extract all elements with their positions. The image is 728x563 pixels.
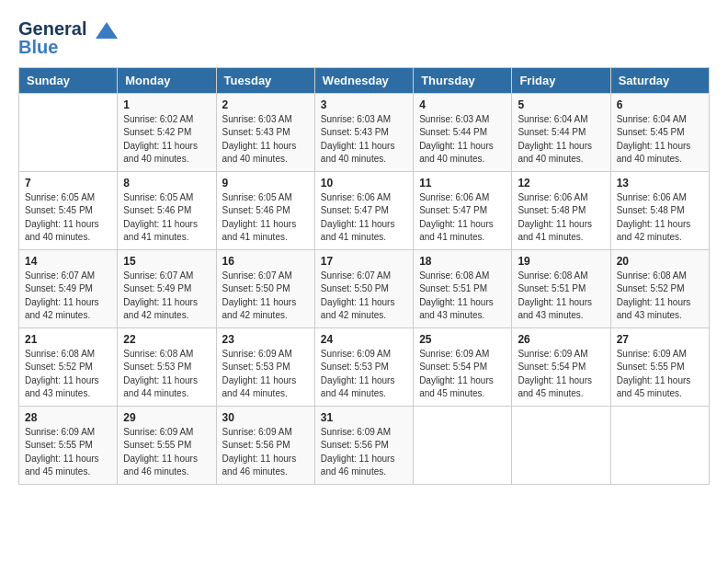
day-info: Sunrise: 6:06 AM Sunset: 5:48 PM Dayligh… xyxy=(518,191,604,245)
calendar-cell: 31Sunrise: 6:09 AM Sunset: 5:56 PM Dayli… xyxy=(314,406,413,484)
day-number: 10 xyxy=(321,177,407,190)
day-number: 25 xyxy=(419,333,506,346)
day-number: 7 xyxy=(25,177,111,190)
day-number: 21 xyxy=(25,333,111,346)
calendar-cell: 5Sunrise: 6:04 AM Sunset: 5:44 PM Daylig… xyxy=(512,93,610,171)
calendar-cell: 1Sunrise: 6:02 AM Sunset: 5:42 PM Daylig… xyxy=(118,93,216,171)
svg-marker-0 xyxy=(96,22,118,39)
calendar-cell: 6Sunrise: 6:04 AM Sunset: 5:45 PM Daylig… xyxy=(610,93,709,171)
day-number: 2 xyxy=(222,98,309,111)
day-number: 6 xyxy=(617,98,703,111)
day-info: Sunrise: 6:05 AM Sunset: 5:46 PM Dayligh… xyxy=(123,191,210,245)
calendar-cell xyxy=(19,93,118,171)
day-number: 24 xyxy=(321,333,407,346)
day-info: Sunrise: 6:09 AM Sunset: 5:53 PM Dayligh… xyxy=(321,348,407,401)
day-number: 11 xyxy=(419,177,506,190)
calendar-cell: 20Sunrise: 6:08 AM Sunset: 5:52 PM Dayli… xyxy=(610,249,709,327)
calendar-cell: 13Sunrise: 6:06 AM Sunset: 5:48 PM Dayli… xyxy=(610,171,709,249)
day-number: 8 xyxy=(123,177,210,190)
logo: General Blue xyxy=(18,18,119,58)
day-info: Sunrise: 6:05 AM Sunset: 5:45 PM Dayligh… xyxy=(25,191,111,245)
calendar-table: SundayMondayTuesdayWednesdayThursdayFrid… xyxy=(18,67,710,485)
col-header-saturday: Saturday xyxy=(610,67,709,93)
calendar-cell: 30Sunrise: 6:09 AM Sunset: 5:56 PM Dayli… xyxy=(216,406,314,484)
calendar-cell: 28Sunrise: 6:09 AM Sunset: 5:55 PM Dayli… xyxy=(19,406,118,484)
day-info: Sunrise: 6:04 AM Sunset: 5:44 PM Dayligh… xyxy=(518,113,604,167)
day-number: 26 xyxy=(518,333,604,346)
day-info: Sunrise: 6:09 AM Sunset: 5:55 PM Dayligh… xyxy=(25,426,111,479)
day-info: Sunrise: 6:07 AM Sunset: 5:49 PM Dayligh… xyxy=(123,270,210,323)
calendar-cell: 18Sunrise: 6:08 AM Sunset: 5:51 PM Dayli… xyxy=(414,249,512,327)
calendar-cell: 11Sunrise: 6:06 AM Sunset: 5:47 PM Dayli… xyxy=(414,171,512,249)
day-number: 19 xyxy=(518,255,604,268)
calendar-cell: 25Sunrise: 6:09 AM Sunset: 5:54 PM Dayli… xyxy=(414,327,512,406)
day-info: Sunrise: 6:09 AM Sunset: 5:55 PM Dayligh… xyxy=(123,426,210,479)
calendar-cell xyxy=(414,406,512,484)
day-number: 22 xyxy=(123,333,210,346)
calendar-cell: 15Sunrise: 6:07 AM Sunset: 5:49 PM Dayli… xyxy=(118,249,216,327)
day-info: Sunrise: 6:03 AM Sunset: 5:43 PM Dayligh… xyxy=(222,113,309,167)
col-header-wednesday: Wednesday xyxy=(314,67,413,93)
calendar-cell: 10Sunrise: 6:06 AM Sunset: 5:47 PM Dayli… xyxy=(314,171,413,249)
day-number: 4 xyxy=(419,98,506,111)
calendar-cell: 9Sunrise: 6:05 AM Sunset: 5:46 PM Daylig… xyxy=(216,171,314,249)
day-number: 5 xyxy=(518,98,604,111)
col-header-monday: Monday xyxy=(118,67,216,93)
day-info: Sunrise: 6:08 AM Sunset: 5:53 PM Dayligh… xyxy=(123,348,210,401)
day-info: Sunrise: 6:09 AM Sunset: 5:56 PM Dayligh… xyxy=(222,426,309,479)
calendar-cell: 24Sunrise: 6:09 AM Sunset: 5:53 PM Dayli… xyxy=(314,327,413,406)
day-number: 20 xyxy=(617,255,703,268)
day-info: Sunrise: 6:03 AM Sunset: 5:44 PM Dayligh… xyxy=(419,113,506,167)
day-number: 28 xyxy=(25,411,111,424)
calendar-cell: 14Sunrise: 6:07 AM Sunset: 5:49 PM Dayli… xyxy=(19,249,118,327)
page-header: General Blue xyxy=(18,18,710,58)
day-info: Sunrise: 6:09 AM Sunset: 5:54 PM Dayligh… xyxy=(518,348,604,401)
day-number: 9 xyxy=(222,177,309,190)
calendar-cell: 12Sunrise: 6:06 AM Sunset: 5:48 PM Dayli… xyxy=(512,171,610,249)
day-info: Sunrise: 6:07 AM Sunset: 5:50 PM Dayligh… xyxy=(222,270,309,323)
calendar-cell: 19Sunrise: 6:08 AM Sunset: 5:51 PM Dayli… xyxy=(512,249,610,327)
col-header-thursday: Thursday xyxy=(414,67,512,93)
calendar-cell: 8Sunrise: 6:05 AM Sunset: 5:46 PM Daylig… xyxy=(118,171,216,249)
calendar-cell: 16Sunrise: 6:07 AM Sunset: 5:50 PM Dayli… xyxy=(216,249,314,327)
day-info: Sunrise: 6:09 AM Sunset: 5:54 PM Dayligh… xyxy=(419,348,506,401)
calendar-cell xyxy=(610,406,709,484)
day-number: 13 xyxy=(617,177,703,190)
day-info: Sunrise: 6:09 AM Sunset: 5:55 PM Dayligh… xyxy=(617,348,703,401)
calendar-cell: 7Sunrise: 6:05 AM Sunset: 5:45 PM Daylig… xyxy=(19,171,118,249)
calendar-cell: 4Sunrise: 6:03 AM Sunset: 5:44 PM Daylig… xyxy=(414,93,512,171)
day-info: Sunrise: 6:06 AM Sunset: 5:47 PM Dayligh… xyxy=(321,191,407,245)
day-number: 15 xyxy=(123,255,210,268)
day-info: Sunrise: 6:08 AM Sunset: 5:51 PM Dayligh… xyxy=(518,270,604,323)
col-header-sunday: Sunday xyxy=(19,67,118,93)
day-number: 31 xyxy=(321,411,407,424)
day-info: Sunrise: 6:06 AM Sunset: 5:48 PM Dayligh… xyxy=(617,191,703,245)
col-header-friday: Friday xyxy=(512,67,610,93)
calendar-cell: 17Sunrise: 6:07 AM Sunset: 5:50 PM Dayli… xyxy=(314,249,413,327)
day-info: Sunrise: 6:03 AM Sunset: 5:43 PM Dayligh… xyxy=(321,113,407,167)
day-info: Sunrise: 6:09 AM Sunset: 5:56 PM Dayligh… xyxy=(321,426,407,479)
day-info: Sunrise: 6:09 AM Sunset: 5:53 PM Dayligh… xyxy=(222,348,309,401)
day-info: Sunrise: 6:04 AM Sunset: 5:45 PM Dayligh… xyxy=(617,113,703,167)
day-info: Sunrise: 6:07 AM Sunset: 5:50 PM Dayligh… xyxy=(321,270,407,323)
day-number: 14 xyxy=(25,255,111,268)
day-number: 1 xyxy=(123,98,210,111)
calendar-cell: 23Sunrise: 6:09 AM Sunset: 5:53 PM Dayli… xyxy=(216,327,314,406)
day-number: 18 xyxy=(419,255,506,268)
day-number: 12 xyxy=(518,177,604,190)
calendar-cell: 3Sunrise: 6:03 AM Sunset: 5:43 PM Daylig… xyxy=(314,93,413,171)
day-number: 16 xyxy=(222,255,309,268)
day-number: 3 xyxy=(321,98,407,111)
calendar-cell: 29Sunrise: 6:09 AM Sunset: 5:55 PM Dayli… xyxy=(118,406,216,484)
day-info: Sunrise: 6:05 AM Sunset: 5:46 PM Dayligh… xyxy=(222,191,309,245)
day-number: 23 xyxy=(222,333,309,346)
day-number: 29 xyxy=(123,411,210,424)
day-info: Sunrise: 6:08 AM Sunset: 5:52 PM Dayligh… xyxy=(617,270,703,323)
day-number: 30 xyxy=(222,411,309,424)
calendar-cell xyxy=(512,406,610,484)
col-header-tuesday: Tuesday xyxy=(216,67,314,93)
day-info: Sunrise: 6:02 AM Sunset: 5:42 PM Dayligh… xyxy=(123,113,210,167)
calendar-cell: 26Sunrise: 6:09 AM Sunset: 5:54 PM Dayli… xyxy=(512,327,610,406)
calendar-cell: 27Sunrise: 6:09 AM Sunset: 5:55 PM Dayli… xyxy=(610,327,709,406)
day-info: Sunrise: 6:07 AM Sunset: 5:49 PM Dayligh… xyxy=(25,270,111,323)
